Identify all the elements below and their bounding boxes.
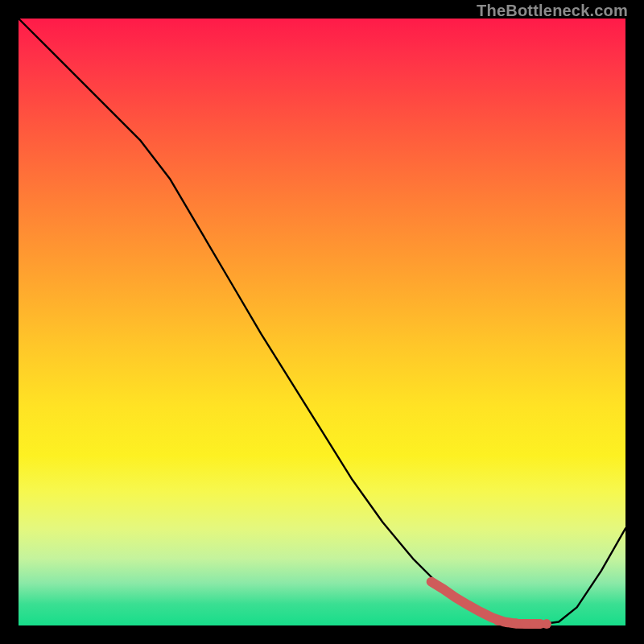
chart-overlay	[19, 19, 625, 625]
optimal-dot	[502, 617, 512, 627]
optimal-range-highlight	[431, 582, 541, 624]
optimal-dot	[542, 619, 551, 629]
bottleneck-curve	[19, 19, 625, 624]
optimal-dot	[511, 618, 521, 628]
optimal-dot	[530, 619, 539, 629]
optimal-dot	[521, 619, 530, 629]
optimal-dot	[493, 616, 503, 625]
chart-frame	[19, 19, 625, 625]
watermark-text: TheBottleneck.com	[477, 2, 628, 20]
